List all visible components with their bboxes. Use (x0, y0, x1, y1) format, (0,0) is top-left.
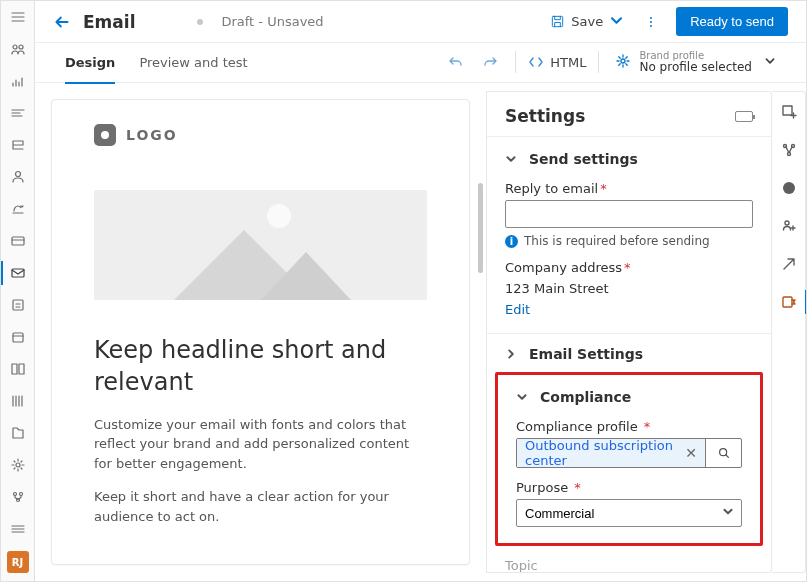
nav-item-2[interactable] (1, 65, 35, 97)
compliance-profile-value: Outbound subscription center (525, 438, 677, 468)
chevron-down-icon (516, 391, 530, 403)
theme-button[interactable] (779, 178, 799, 198)
email-canvas[interactable]: LOGO Keep headline short and relevant Cu… (51, 99, 470, 565)
canvas-scrollbar[interactable] (478, 183, 483, 273)
topic-label: Topic (505, 558, 753, 573)
compliance-label: Compliance (540, 389, 631, 405)
top-bar: Email Draft - Unsaved Save Ready to send (35, 1, 806, 43)
compliance-profile-chip[interactable]: Outbound subscription center ✕ (517, 439, 705, 467)
purpose-field: Purpose * (516, 480, 742, 527)
logo-text: LOGO (126, 127, 178, 143)
email-settings-label: Email Settings (529, 346, 643, 362)
svg-point-1 (19, 45, 23, 49)
send-test-button[interactable] (779, 254, 799, 274)
nav-item-3[interactable] (1, 97, 35, 129)
edit-company-address-link[interactable]: Edit (505, 302, 530, 317)
svg-rect-3 (12, 237, 24, 245)
ready-to-send-button[interactable]: Ready to send (676, 7, 788, 36)
brand-value: No profile selected (639, 61, 752, 75)
svg-rect-5 (13, 300, 23, 310)
required-marker: * (644, 419, 651, 434)
personalize-button[interactable] (779, 216, 799, 236)
email-canvas-area[interactable]: LOGO Keep headline short and relevant Cu… (35, 83, 486, 581)
svg-point-14 (650, 17, 652, 19)
company-address-label: Company address (505, 260, 622, 275)
svg-rect-19 (783, 106, 792, 115)
nav-item-9[interactable] (1, 321, 35, 353)
nav-item-8[interactable] (1, 289, 35, 321)
svg-point-9 (16, 463, 20, 467)
html-toggle-button[interactable]: HTML (528, 54, 586, 70)
svg-rect-25 (783, 297, 792, 307)
section-email-settings[interactable]: Email Settings (505, 344, 753, 364)
right-icon-strip (772, 91, 806, 573)
svg-rect-8 (19, 364, 24, 374)
company-address-field: Company address* 123 Main Street Edit (505, 260, 753, 317)
section-send-settings[interactable]: Send settings (505, 149, 753, 169)
hamburger-icon[interactable] (1, 1, 35, 33)
nav-item-12[interactable] (1, 417, 35, 449)
nav-item-1[interactable] (1, 33, 35, 65)
svg-point-0 (13, 45, 17, 49)
settings-strip-button[interactable] (779, 292, 799, 312)
back-button[interactable] (53, 13, 71, 31)
left-nav-rail: RJ (1, 1, 35, 581)
more-actions-button[interactable] (638, 15, 664, 29)
battery-icon (735, 111, 753, 122)
save-dropdown-icon[interactable] (609, 13, 624, 31)
add-element-button[interactable] (779, 102, 799, 122)
nav-item-10[interactable] (1, 353, 35, 385)
chevron-right-icon (505, 348, 519, 360)
tab-bar: Design Preview and test HTML (35, 43, 806, 83)
nav-item-email[interactable] (1, 257, 35, 289)
compliance-profile-label: Compliance profile (516, 419, 638, 434)
nav-item-6[interactable] (1, 193, 35, 225)
required-marker: * (574, 480, 581, 495)
logo-block[interactable]: LOGO (94, 124, 427, 146)
body-paragraph-1[interactable]: Customize your email with fonts and colo… (94, 415, 424, 474)
redo-button[interactable] (477, 54, 503, 70)
nav-item-4[interactable] (1, 129, 35, 161)
settings-panel: Settings Send settings Reply to email* (487, 91, 772, 573)
brand-profile-selector[interactable]: Brand profile No profile selected (611, 50, 776, 75)
separator (515, 51, 516, 73)
headline-text[interactable]: Keep headline short and relevant (94, 334, 427, 399)
user-avatar[interactable]: RJ (7, 551, 29, 573)
compliance-profile-combo[interactable]: Outbound subscription center ✕ (516, 438, 742, 468)
svg-point-15 (650, 21, 652, 23)
section-compliance[interactable]: Compliance (516, 387, 742, 407)
undo-button[interactable] (443, 54, 469, 70)
page-title: Email (83, 12, 135, 32)
hero-image-placeholder[interactable] (94, 190, 427, 300)
compliance-profile-field: Compliance profile * Outbound subscripti… (516, 419, 742, 468)
required-marker: * (624, 260, 631, 275)
svg-rect-6 (13, 333, 23, 342)
nav-item-11[interactable] (1, 385, 35, 417)
nav-item-5[interactable] (1, 161, 35, 193)
tab-preview[interactable]: Preview and test (139, 43, 247, 83)
connections-button[interactable] (779, 140, 799, 160)
svg-rect-4 (12, 269, 24, 277)
reply-to-field: Reply to email* i This is required befor… (505, 181, 753, 248)
search-icon[interactable] (705, 439, 741, 467)
svg-point-16 (650, 25, 652, 27)
clear-chip-icon[interactable]: ✕ (685, 445, 697, 461)
info-icon: i (505, 235, 518, 248)
purpose-select[interactable] (516, 499, 742, 527)
nav-item-7[interactable] (1, 225, 35, 257)
nav-item-15[interactable] (1, 513, 35, 545)
chevron-down-icon (505, 153, 519, 165)
nav-item-13[interactable] (1, 449, 35, 481)
draft-status: Draft - Unsaved (221, 14, 323, 29)
svg-point-22 (787, 153, 790, 156)
tab-design[interactable]: Design (65, 43, 115, 83)
svg-point-23 (783, 182, 795, 194)
panel-title: Settings (505, 106, 585, 126)
status-dot-icon (197, 19, 203, 25)
body-paragraph-2[interactable]: Keep it short and have a clear action fo… (94, 487, 424, 526)
save-button[interactable]: Save (548, 9, 626, 35)
reply-to-input[interactable] (505, 200, 753, 228)
required-marker: * (600, 181, 607, 196)
nav-item-14[interactable] (1, 481, 35, 513)
send-settings-label: Send settings (529, 151, 638, 167)
